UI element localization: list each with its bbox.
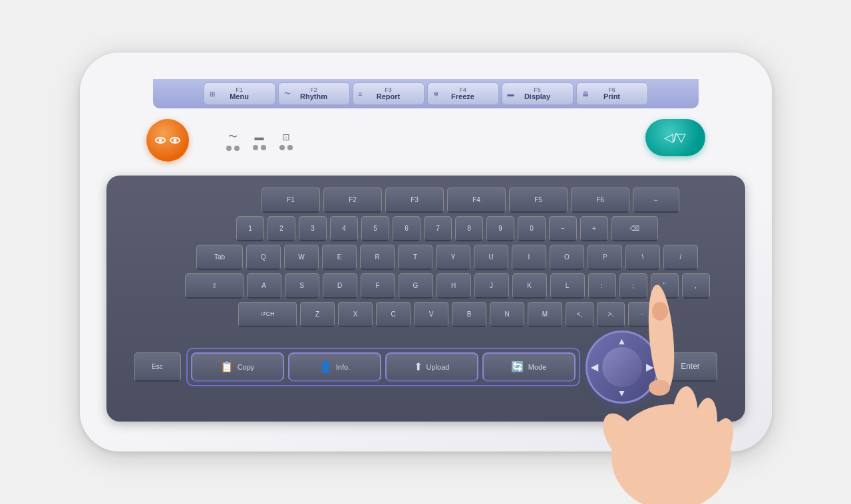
key-f3[interactable]: F3 (385, 188, 444, 213)
key-ctrl-ch[interactable]: ↺CH (238, 302, 297, 327)
key-tab[interactable]: Tab (196, 245, 243, 270)
fn-btn-f1[interactable]: ⊞ F1 Menu (204, 82, 275, 105)
fn-btn-f5[interactable]: ▬ F5 Display (502, 82, 574, 105)
key-semicolon[interactable]: ; (619, 273, 647, 299)
key-backspace[interactable]: ⌫ (611, 216, 658, 241)
indicator-lights: 〜 ▬ ⊡ (226, 131, 293, 151)
zxcv-row: ↺CH Z X C V B N M <, >. · (122, 302, 729, 327)
bottom-key-row: Esc 📋 Copy 👤 Info. ⬆ Upload (122, 330, 729, 404)
fn-label-report: Report (377, 93, 400, 100)
key-r[interactable]: R (360, 245, 395, 270)
indicator-dot-2 (234, 146, 240, 151)
display-icon: ▬ (508, 90, 514, 98)
fn-btn-f6[interactable]: 🖶 F6 Print (576, 82, 648, 105)
key-j[interactable]: J (474, 273, 509, 299)
indicator-group-3: ⊡ (279, 132, 293, 150)
key-info[interactable]: 👤 Info. (288, 352, 381, 382)
key-c[interactable]: C (376, 302, 411, 327)
wifi-icon: 〜 (228, 131, 238, 143)
key-p[interactable]: P (588, 245, 622, 270)
key-5[interactable]: 5 (361, 216, 389, 241)
key-b[interactable]: B (452, 302, 486, 327)
key-q[interactable]: Q (246, 245, 281, 270)
key-i[interactable]: I (512, 245, 546, 270)
key-x[interactable]: X (338, 302, 373, 327)
key-plus[interactable]: + (580, 216, 608, 241)
key-1[interactable]: 1 (236, 216, 264, 241)
teal-play-button[interactable]: ◁/▽ (645, 119, 705, 156)
key-2[interactable]: 2 (267, 216, 295, 241)
key-w[interactable]: W (284, 245, 319, 270)
key-f4[interactable]: F4 (447, 188, 506, 213)
key-esc[interactable]: Esc (134, 352, 181, 382)
key-f2[interactable]: F2 (323, 188, 382, 213)
key-upload[interactable]: ⬆ Upload (385, 352, 478, 382)
key-minus[interactable]: − (549, 216, 577, 241)
key-gt[interactable]: >. (597, 302, 625, 327)
key-s[interactable]: S (285, 273, 319, 299)
keyboard: F1 F2 F3 F4 F5 F6 ← 1 2 3 4 5 6 7 8 9 0 (106, 176, 745, 422)
key-backspace-top[interactable]: ← (633, 188, 679, 213)
key-backslash[interactable]: \ (625, 245, 660, 270)
key-9[interactable]: 9 (486, 216, 514, 241)
fn-btn-f2[interactable]: 〜 F2 Rhythm (278, 82, 350, 105)
special-keys-group: 📋 Copy 👤 Info. ⬆ Upload 🔄 Mode (186, 348, 580, 386)
key-colon[interactable]: : (588, 273, 616, 299)
indicator-group-2: ▬ (253, 132, 266, 150)
upload-icon: ⬆ (414, 360, 423, 373)
number-row: 1 2 3 4 5 6 7 8 9 0 − + ⌫ (122, 216, 729, 241)
key-o[interactable]: O (550, 245, 584, 270)
key-dot[interactable]: · (628, 302, 656, 327)
key-0[interactable]: 0 (518, 216, 546, 241)
key-d[interactable]: D (323, 273, 357, 299)
key-z[interactable]: Z (300, 302, 335, 327)
indicator-dot-1 (226, 146, 232, 151)
key-quote[interactable]: " (651, 273, 679, 299)
key-8[interactable]: 8 (455, 216, 483, 241)
key-a[interactable]: A (247, 273, 281, 299)
battery-icon: ▬ (255, 132, 264, 142)
key-6[interactable]: 6 (393, 216, 421, 241)
key-enter[interactable]: Enter (664, 352, 717, 382)
key-3[interactable]: 3 (299, 216, 327, 241)
key-e[interactable]: E (322, 245, 357, 270)
key-shift[interactable]: ⇧ (185, 273, 244, 299)
indicator-dot-5 (279, 145, 285, 150)
freeze-icon: ❄ (433, 90, 438, 98)
key-f1[interactable]: F1 (261, 188, 320, 213)
dpad[interactable]: ▲ ▼ ◀ ▶ (586, 330, 659, 404)
copy-label: Copy (238, 363, 255, 371)
info-icon: 👤 (319, 360, 332, 373)
key-g[interactable]: G (399, 273, 433, 299)
key-m[interactable]: M (528, 302, 562, 327)
key-f5[interactable]: F5 (509, 188, 568, 213)
key-u[interactable]: U (474, 245, 508, 270)
dpad-left-arrow: ◀ (591, 362, 598, 372)
key-y[interactable]: Y (436, 245, 470, 270)
key-t[interactable]: T (398, 245, 432, 270)
key-4[interactable]: 4 (330, 216, 358, 241)
fn-btn-f3[interactable]: ≡ F3 Report (353, 82, 425, 105)
key-7[interactable]: 7 (424, 216, 452, 241)
fn-label-menu: Menu (230, 93, 249, 100)
signal-icon: ⊡ (282, 132, 290, 142)
key-l[interactable]: L (550, 273, 585, 299)
copy-icon: 📋 (220, 360, 234, 373)
dpad-arrows: ▲ ▼ ◀ ▶ (586, 330, 659, 404)
key-k[interactable]: K (512, 273, 547, 299)
top-function-bar: ⊞ F1 Menu 〜 F2 Rhythm ≡ F3 Report ❄ F4 F… (153, 79, 699, 108)
key-comma-right[interactable]: , (682, 273, 710, 299)
orange-power-button[interactable] (146, 119, 189, 162)
key-f[interactable]: F (361, 273, 395, 299)
key-mode[interactable]: 🔄 Mode (482, 352, 576, 382)
key-copy[interactable]: 📋 Copy (191, 352, 284, 382)
dpad-down-arrow: ▼ (617, 388, 627, 398)
fn-btn-f4[interactable]: ❄ F4 Freeze (427, 82, 499, 105)
key-f6[interactable]: F6 (571, 188, 629, 213)
key-lt[interactable]: <, (566, 302, 594, 327)
key-h[interactable]: H (436, 273, 471, 299)
key-slash[interactable]: / (663, 245, 698, 270)
key-v[interactable]: V (414, 302, 448, 327)
orange-btn-inner (155, 137, 180, 144)
key-n[interactable]: N (490, 302, 524, 327)
